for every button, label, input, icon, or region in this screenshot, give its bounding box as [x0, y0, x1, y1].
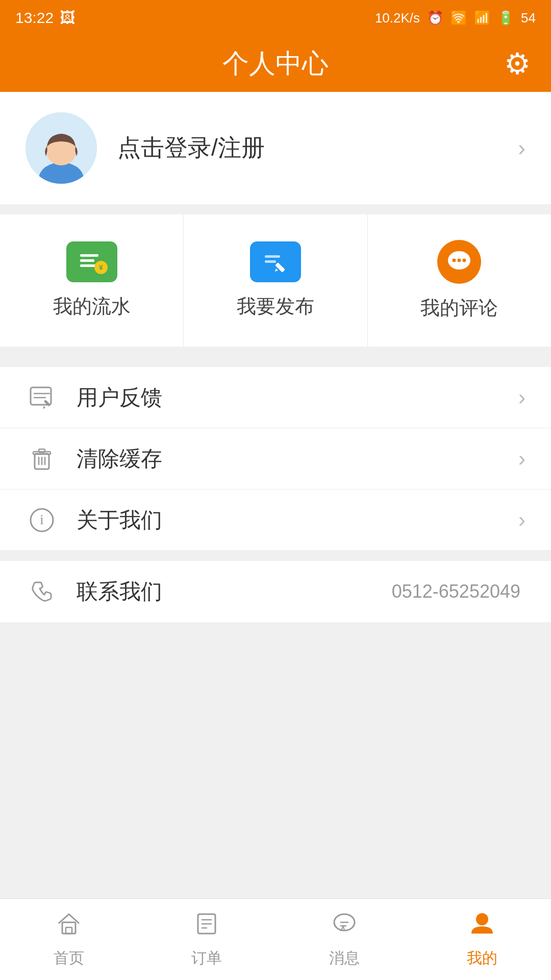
svg-rect-10 [265, 255, 280, 258]
svg-point-19 [463, 259, 466, 262]
menu-item-contact[interactable]: 联系我们 0512-65252049 [0, 561, 551, 622]
mine-nav-label: 我的 [467, 948, 497, 969]
order-nav-label: 订单 [191, 948, 222, 969]
quick-actions-row: ¥ 我的流水 我要发布 [0, 214, 551, 347]
login-text: 点击登录/注册 [117, 132, 497, 164]
menu-item-feedback[interactable]: 用户反馈 › [0, 367, 551, 428]
svg-marker-24 [43, 406, 45, 409]
avatar [26, 112, 97, 184]
svg-rect-6 [80, 264, 96, 267]
page-title: 个人中心 [222, 46, 329, 82]
clock-icon: ⏰ [427, 10, 443, 26]
cache-chevron-icon: › [518, 447, 525, 471]
menu-section: 用户反馈 › 清除缓存 › [0, 367, 551, 622]
svg-rect-11 [265, 260, 276, 263]
svg-point-17 [453, 259, 456, 262]
menu-item-about[interactable]: i 关于我们 › [0, 489, 551, 551]
svg-point-43 [476, 913, 488, 925]
my-comment-label: 我的评论 [420, 295, 498, 321]
page-header: 个人中心 ⚙ [0, 36, 551, 92]
status-bar: 13:22 🖼 10.2K/s ⏰ 🛜 📶 🔋 54 [0, 0, 551, 36]
svg-point-18 [458, 259, 461, 262]
home-icon [55, 910, 83, 944]
profile-chevron-icon: › [518, 135, 525, 161]
publish-icon [250, 241, 301, 282]
message-nav-label: 消息 [329, 948, 360, 969]
nav-item-home[interactable]: 首页 [0, 899, 138, 980]
settings-button[interactable]: ⚙ [504, 46, 531, 81]
image-icon: 🖼 [60, 9, 75, 27]
speed-display: 10.2K/s [375, 10, 420, 26]
divider-1 [0, 204, 551, 214]
my-flow-label: 我的流水 [53, 293, 131, 320]
battery-icon: 🔋 [497, 10, 514, 26]
bottom-nav: 首页 订单 消息 [0, 898, 551, 980]
svg-text:¥: ¥ [99, 263, 103, 272]
nav-item-mine[interactable]: 我的 [413, 899, 551, 980]
about-icon: i [26, 504, 58, 536]
quick-action-publish[interactable]: 我要发布 [184, 214, 367, 347]
feedback-icon [26, 381, 58, 414]
contact-label: 联系我们 [77, 577, 392, 606]
quick-action-my-comment[interactable]: 我的评论 [368, 214, 551, 347]
cache-label: 清除缓存 [77, 445, 518, 473]
divider-2 [0, 347, 551, 357]
quick-action-my-flow[interactable]: ¥ 我的流水 [0, 214, 184, 347]
order-icon [193, 910, 220, 944]
feedback-chevron-icon: › [518, 385, 525, 410]
about-label: 关于我们 [77, 506, 518, 534]
message-icon [331, 910, 358, 944]
signal-icon: 📶 [474, 10, 490, 26]
phone-icon [26, 575, 58, 608]
home-nav-label: 首页 [54, 948, 84, 969]
nav-item-message[interactable]: 消息 [276, 899, 413, 980]
about-chevron-icon: › [518, 508, 525, 532]
nav-item-order[interactable]: 订单 [138, 899, 276, 980]
profile-section[interactable]: 点击登录/注册 › [0, 92, 551, 204]
cache-icon [26, 443, 58, 475]
svg-rect-4 [80, 254, 98, 257]
publish-label: 我要发布 [237, 293, 314, 320]
contact-phone: 0512-65252049 [392, 581, 520, 602]
my-comment-icon [437, 240, 481, 284]
time-display: 13:22 [15, 9, 54, 27]
menu-item-cache[interactable]: 清除缓存 › [0, 428, 551, 489]
my-flow-icon: ¥ [66, 241, 117, 282]
svg-rect-5 [80, 259, 94, 262]
mine-icon [468, 910, 496, 944]
svg-text:i: i [40, 511, 44, 527]
feedback-label: 用户反馈 [77, 383, 518, 412]
svg-rect-34 [66, 927, 72, 934]
svg-rect-30 [39, 449, 45, 452]
battery-display: 54 [521, 10, 536, 26]
wifi-icon: 🛜 [450, 10, 467, 26]
divider-3 [0, 551, 551, 561]
